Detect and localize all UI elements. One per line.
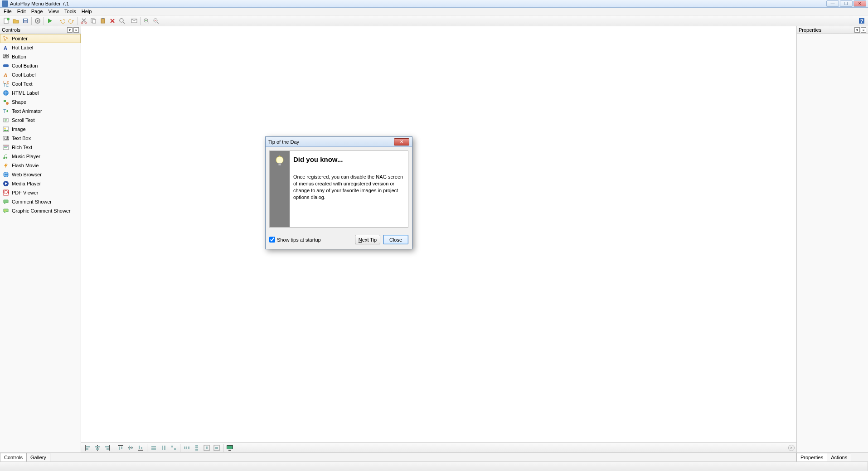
control-item-cool-button[interactable]: Cool Button xyxy=(0,61,81,70)
tab-properties[interactable]: Properties xyxy=(796,453,827,461)
align-middle-v-icon[interactable] xyxy=(126,444,135,452)
zoom-out-icon[interactable] xyxy=(151,16,160,25)
svg-text:Text: Text xyxy=(3,82,9,87)
control-item-flash-movie[interactable]: Flash Movie xyxy=(0,161,81,170)
undo-icon[interactable] xyxy=(58,16,67,25)
svg-rect-10 xyxy=(92,19,96,23)
svg-rect-71 xyxy=(139,446,140,449)
align-bottom-icon[interactable] xyxy=(136,444,145,452)
button-icon: OK xyxy=(2,53,10,60)
maximize-button[interactable]: ❐ xyxy=(840,0,853,7)
new-icon[interactable] xyxy=(2,16,11,25)
control-item-html-label[interactable]: HTML Label xyxy=(0,88,81,97)
settings-icon[interactable] xyxy=(33,16,42,25)
zoom-in-icon[interactable] xyxy=(142,16,151,25)
panel-close-button[interactable]: × xyxy=(73,27,79,33)
control-item-button[interactable]: OKButton xyxy=(0,52,81,61)
next-tip-button[interactable]: Next Tip xyxy=(355,235,380,244)
svg-rect-73 xyxy=(151,446,156,447)
close-button[interactable]: Close xyxy=(383,235,408,244)
delete-icon[interactable] xyxy=(108,16,117,25)
controls-panel-body: PointerAHot LabelOKButtonCool ButtonACoo… xyxy=(0,34,81,452)
svg-rect-86 xyxy=(206,447,208,449)
align-toolbar-close-icon[interactable]: × xyxy=(788,445,795,451)
align-toolbar-row: × xyxy=(81,442,796,452)
tab-controls[interactable]: Controls xyxy=(0,453,27,461)
paste-icon[interactable] xyxy=(98,16,107,25)
control-item-image[interactable]: Image xyxy=(0,125,81,134)
menu-edit[interactable]: Edit xyxy=(15,9,29,14)
tip-heading: Did you know... xyxy=(293,155,404,168)
align-center-h-icon[interactable] xyxy=(93,444,102,452)
cool-text-icon: CoolText xyxy=(2,80,10,87)
control-item-web-browser[interactable]: Web Browser xyxy=(0,170,81,179)
control-item-music-player[interactable]: Music Player xyxy=(0,152,81,161)
monitor-icon[interactable] xyxy=(225,444,234,452)
same-width-icon[interactable] xyxy=(149,444,158,452)
menu-file[interactable]: File xyxy=(1,9,15,14)
minimize-button[interactable]: — xyxy=(826,0,839,7)
control-item-label: Comment Shower xyxy=(12,199,52,204)
control-item-shape[interactable]: Shape xyxy=(0,97,81,107)
tab-gallery[interactable]: Gallery xyxy=(26,453,50,461)
svg-rect-93 xyxy=(278,163,281,165)
space-h-icon[interactable] xyxy=(182,444,191,452)
menu-tools[interactable]: Tools xyxy=(62,9,79,14)
text-box-icon: ab xyxy=(2,135,10,142)
dialog-close-button[interactable]: ✕ xyxy=(394,138,409,146)
control-item-comment-shower[interactable]: Comment Shower xyxy=(0,197,81,206)
same-height-icon[interactable] xyxy=(159,444,168,452)
align-left-icon[interactable] xyxy=(83,444,92,452)
svg-rect-78 xyxy=(174,448,176,450)
control-item-graphic-comment-shower[interactable]: Graphic Comment Shower xyxy=(0,206,81,215)
control-item-scroll-text[interactable]: Scroll Text xyxy=(0,116,81,125)
same-size-icon[interactable] xyxy=(169,444,178,452)
help-icon[interactable]: ? xyxy=(857,16,866,25)
panel-pin-button[interactable]: ▾ xyxy=(67,27,73,33)
panel-close-button[interactable]: × xyxy=(861,27,866,33)
control-item-hot-label[interactable]: AHot Label xyxy=(0,43,81,52)
align-top-icon[interactable] xyxy=(116,444,125,452)
save-icon[interactable] xyxy=(21,16,30,25)
control-item-pdf-viewer[interactable]: PDFPDF Viewer xyxy=(0,188,81,197)
properties-panel: Properties ▾ × xyxy=(796,26,868,452)
main-area: Controls ▾ × PointerAHot LabelOKButtonCo… xyxy=(0,26,868,452)
window-close-button[interactable]: ✕ xyxy=(853,0,866,7)
align-right-icon[interactable] xyxy=(103,444,112,452)
copy-icon[interactable] xyxy=(89,16,98,25)
center-h-canvas-icon[interactable] xyxy=(202,444,211,452)
dialog-titlebar[interactable]: Tip of the Day ✕ xyxy=(266,137,412,147)
show-tips-checkbox-label[interactable]: Show tips at startup xyxy=(269,237,321,243)
menu-help[interactable]: Help xyxy=(79,9,95,14)
control-item-media-player[interactable]: Media Player xyxy=(0,179,81,188)
cut-icon[interactable] xyxy=(79,16,88,25)
redo-icon[interactable] xyxy=(67,16,76,25)
control-item-cool-label[interactable]: ACool Label xyxy=(0,70,81,79)
bottom-tabs-row: ControlsGallery PropertiesActions xyxy=(0,452,868,461)
control-item-pointer[interactable]: Pointer xyxy=(0,34,81,43)
control-item-rich-text[interactable]: Rich Text xyxy=(0,143,81,152)
menu-view[interactable]: View xyxy=(45,9,62,14)
svg-text:T: T xyxy=(3,108,6,114)
control-item-cool-text[interactable]: CoolTextCool Text xyxy=(0,79,81,88)
play-icon[interactable] xyxy=(45,16,54,25)
tab-actions[interactable]: Actions xyxy=(827,453,851,461)
control-item-label: Cool Button xyxy=(12,63,38,68)
control-item-label: Web Browser xyxy=(12,172,42,177)
svg-rect-56 xyxy=(86,446,90,447)
show-tips-checkbox[interactable] xyxy=(269,237,275,243)
image-icon xyxy=(2,126,10,133)
center-v-canvas-icon[interactable] xyxy=(212,444,221,452)
menu-page[interactable]: Page xyxy=(29,9,46,14)
text-animator-icon: T xyxy=(2,107,10,115)
panel-pin-button[interactable]: ▾ xyxy=(854,27,860,33)
open-icon[interactable] xyxy=(11,16,20,25)
svg-rect-77 xyxy=(171,446,173,447)
space-v-icon[interactable] xyxy=(192,444,201,452)
mail-icon[interactable] xyxy=(130,16,139,25)
svg-rect-12 xyxy=(102,18,104,19)
control-item-text-box[interactable]: abText Box xyxy=(0,134,81,143)
control-item-text-animator[interactable]: TText Animator xyxy=(0,107,81,116)
canvas[interactable]: × xyxy=(81,26,796,452)
find-icon[interactable] xyxy=(117,16,126,25)
